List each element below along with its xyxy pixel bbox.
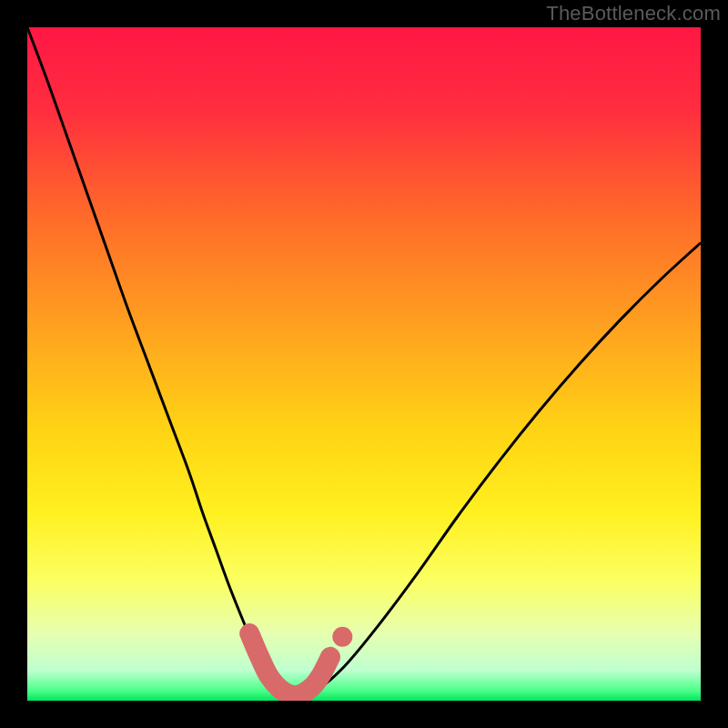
optimal-range-dot: [332, 627, 352, 647]
gradient-background: [27, 27, 701, 701]
bottleneck-chart: [0, 0, 728, 728]
watermark-text: TheBottleneck.com: [546, 2, 721, 25]
chart-frame: TheBottleneck.com: [0, 0, 728, 728]
